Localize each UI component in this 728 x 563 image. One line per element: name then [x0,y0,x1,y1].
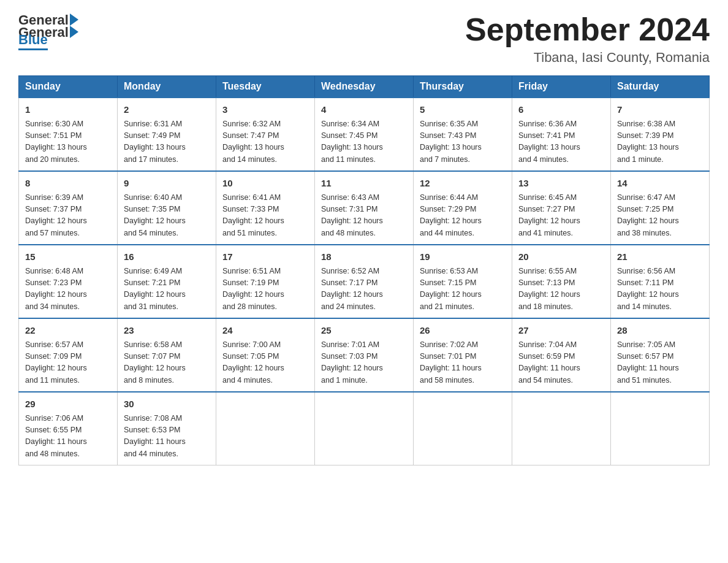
day-info: Sunrise: 6:48 AMSunset: 7:23 PMDaylight:… [25,266,111,313]
day-info: Sunrise: 6:36 AMSunset: 7:41 PMDaylight:… [518,118,604,166]
day-number: 26 [420,324,506,338]
page-header: General General Blue September 2024 Tiba… [18,12,710,66]
day-number: 30 [124,397,210,412]
day-number: 17 [222,250,308,264]
day-info: Sunrise: 7:05 AMSunset: 6:57 PMDaylight:… [617,339,703,387]
day-number: 24 [222,324,308,338]
day-info: Sunrise: 6:55 AMSunset: 7:13 PMDaylight:… [518,266,604,313]
day-info: Sunrise: 6:53 AMSunset: 7:15 PMDaylight:… [420,266,506,313]
table-row: 15Sunrise: 6:48 AMSunset: 7:23 PMDayligh… [19,245,118,318]
day-info: Sunrise: 6:51 AMSunset: 7:19 PMDaylight:… [222,266,308,313]
day-info: Sunrise: 6:43 AMSunset: 7:31 PMDaylight:… [321,192,407,240]
day-info: Sunrise: 6:39 AMSunset: 7:37 PMDaylight:… [25,192,111,240]
day-info: Sunrise: 6:57 AMSunset: 7:09 PMDaylight:… [25,339,111,387]
header-wednesday: Wednesday [315,76,414,98]
table-row: 24Sunrise: 7:00 AMSunset: 7:05 PMDayligh… [216,318,315,392]
day-number: 5 [420,103,506,117]
day-number: 20 [518,250,604,264]
day-info: Sunrise: 6:49 AMSunset: 7:21 PMDaylight:… [124,266,210,313]
day-info: Sunrise: 7:01 AMSunset: 7:03 PMDaylight:… [321,339,407,387]
logo-blue-text: Blue [18,32,48,50]
day-number: 1 [25,103,111,117]
table-row: 19Sunrise: 6:53 AMSunset: 7:15 PMDayligh… [414,245,512,318]
table-row: 17Sunrise: 6:51 AMSunset: 7:19 PMDayligh… [216,245,315,318]
day-info: Sunrise: 7:08 AMSunset: 6:53 PMDaylight:… [124,413,210,461]
day-info: Sunrise: 6:38 AMSunset: 7:39 PMDaylight:… [617,118,703,166]
day-number: 11 [321,177,407,191]
day-info: Sunrise: 6:30 AMSunset: 7:51 PMDaylight:… [25,118,111,166]
logo: General General Blue [18,12,80,50]
calendar-header-row: Sunday Monday Tuesday Wednesday Thursday… [19,76,710,98]
header-friday: Friday [512,76,611,98]
table-row: 27Sunrise: 7:04 AMSunset: 6:59 PMDayligh… [512,318,611,392]
table-row: 22Sunrise: 6:57 AMSunset: 7:09 PMDayligh… [19,318,118,392]
calendar-week-row: 8Sunrise: 6:39 AMSunset: 7:37 PMDaylight… [19,171,710,245]
table-row: 4Sunrise: 6:34 AMSunset: 7:45 PMDaylight… [315,98,414,171]
table-row: 26Sunrise: 7:02 AMSunset: 7:01 PMDayligh… [414,318,512,392]
day-number: 9 [124,177,210,191]
table-row: 14Sunrise: 6:47 AMSunset: 7:25 PMDayligh… [611,171,710,245]
calendar-week-row: 29Sunrise: 7:06 AMSunset: 6:55 PMDayligh… [19,392,710,465]
day-info: Sunrise: 6:56 AMSunset: 7:11 PMDaylight:… [617,266,703,313]
day-info: Sunrise: 7:02 AMSunset: 7:01 PMDaylight:… [420,339,506,387]
day-number: 28 [617,324,703,338]
day-info: Sunrise: 6:31 AMSunset: 7:49 PMDaylight:… [124,118,210,166]
day-number: 6 [518,103,604,117]
table-row: 23Sunrise: 6:58 AMSunset: 7:07 PMDayligh… [118,318,216,392]
day-info: Sunrise: 6:32 AMSunset: 7:47 PMDaylight:… [222,118,308,166]
day-info: Sunrise: 6:34 AMSunset: 7:45 PMDaylight:… [321,118,407,166]
table-row: 5Sunrise: 6:35 AMSunset: 7:43 PMDaylight… [414,98,512,171]
logo-arrow-icon [70,26,78,38]
table-row: 12Sunrise: 6:44 AMSunset: 7:29 PMDayligh… [414,171,512,245]
day-info: Sunrise: 6:52 AMSunset: 7:17 PMDaylight:… [321,266,407,313]
day-number: 8 [25,177,111,191]
calendar-table: Sunday Monday Tuesday Wednesday Thursday… [18,75,710,465]
header-saturday: Saturday [611,76,710,98]
day-number: 15 [25,250,111,264]
day-info: Sunrise: 6:44 AMSunset: 7:29 PMDaylight:… [420,192,506,240]
table-row [315,392,414,465]
day-number: 13 [518,177,604,191]
day-info: Sunrise: 6:41 AMSunset: 7:33 PMDaylight:… [222,192,308,240]
header-tuesday: Tuesday [216,76,315,98]
logo-triangle-icon [70,13,78,26]
table-row: 7Sunrise: 6:38 AMSunset: 7:39 PMDaylight… [611,98,710,171]
calendar-week-row: 1Sunrise: 6:30 AMSunset: 7:51 PMDaylight… [19,98,710,171]
table-row: 11Sunrise: 6:43 AMSunset: 7:31 PMDayligh… [315,171,414,245]
day-number: 16 [124,250,210,264]
day-number: 4 [321,103,407,117]
table-row: 25Sunrise: 7:01 AMSunset: 7:03 PMDayligh… [315,318,414,392]
header-sunday: Sunday [19,76,118,98]
day-number: 19 [420,250,506,264]
table-row [611,392,710,465]
table-row: 20Sunrise: 6:55 AMSunset: 7:13 PMDayligh… [512,245,611,318]
table-row [414,392,512,465]
calendar-week-row: 22Sunrise: 6:57 AMSunset: 7:09 PMDayligh… [19,318,710,392]
calendar-subtitle: Tibana, Iasi County, Romania [465,50,710,66]
day-number: 3 [222,103,308,117]
day-number: 18 [321,250,407,264]
header-monday: Monday [118,76,216,98]
table-row: 16Sunrise: 6:49 AMSunset: 7:21 PMDayligh… [118,245,216,318]
day-info: Sunrise: 6:47 AMSunset: 7:25 PMDaylight:… [617,192,703,240]
day-info: Sunrise: 6:45 AMSunset: 7:27 PMDaylight:… [518,192,604,240]
table-row: 30Sunrise: 7:08 AMSunset: 6:53 PMDayligh… [118,392,216,465]
header-thursday: Thursday [414,76,512,98]
table-row: 18Sunrise: 6:52 AMSunset: 7:17 PMDayligh… [315,245,414,318]
day-number: 12 [420,177,506,191]
day-number: 23 [124,324,210,338]
table-row: 8Sunrise: 6:39 AMSunset: 7:37 PMDaylight… [19,171,118,245]
day-info: Sunrise: 6:40 AMSunset: 7:35 PMDaylight:… [124,192,210,240]
table-row: 10Sunrise: 6:41 AMSunset: 7:33 PMDayligh… [216,171,315,245]
day-number: 29 [25,397,111,412]
table-row: 6Sunrise: 6:36 AMSunset: 7:41 PMDaylight… [512,98,611,171]
day-info: Sunrise: 7:00 AMSunset: 7:05 PMDaylight:… [222,339,308,387]
calendar-week-row: 15Sunrise: 6:48 AMSunset: 7:23 PMDayligh… [19,245,710,318]
table-row: 2Sunrise: 6:31 AMSunset: 7:49 PMDaylight… [118,98,216,171]
day-number: 22 [25,324,111,338]
title-block: September 2024 Tibana, Iasi County, Roma… [465,12,710,66]
calendar-title: September 2024 [465,12,710,47]
table-row: 9Sunrise: 6:40 AMSunset: 7:35 PMDaylight… [118,171,216,245]
day-info: Sunrise: 6:35 AMSunset: 7:43 PMDaylight:… [420,118,506,166]
table-row: 28Sunrise: 7:05 AMSunset: 6:57 PMDayligh… [611,318,710,392]
